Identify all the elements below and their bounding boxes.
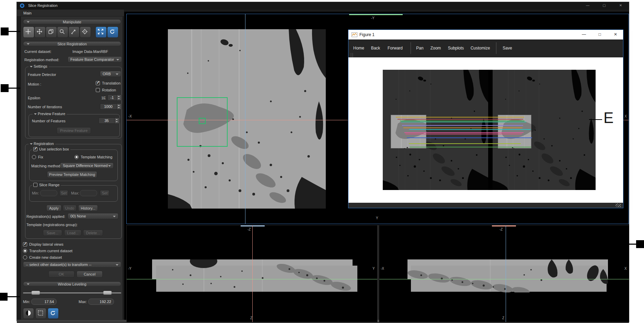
slider-low-handle[interactable]	[31, 291, 40, 295]
figure-close-button[interactable]: ✕	[610, 32, 621, 37]
apply-button[interactable]: Apply	[46, 205, 61, 211]
undo-button[interactable]: Undo	[63, 205, 77, 211]
slice-registration-section-header[interactable]: Slice Registration	[23, 41, 121, 46]
toolbar-subplots-button[interactable]: Subplots	[448, 46, 464, 51]
slider-high-handle[interactable]	[103, 291, 112, 295]
use-selection-box-legend[interactable]: Use selection box	[32, 147, 70, 151]
ok-button[interactable]: OK	[48, 271, 74, 278]
slice-range-max-input[interactable]	[80, 190, 97, 196]
toolbar-save-button[interactable]: Save	[503, 46, 512, 51]
preview-feature-legend[interactable]: Preview Feature	[33, 112, 67, 116]
registration-method-dropdown[interactable]: Feature Base Comparator	[68, 56, 122, 63]
history-button[interactable]: History...	[78, 205, 98, 211]
slices-tool-button[interactable]	[46, 26, 57, 38]
fit-view-button[interactable]	[95, 26, 107, 38]
preview-template-matching-button[interactable]: Preview Template Matching	[47, 171, 97, 178]
selection-box-center[interactable]	[199, 118, 206, 124]
oblique-tool-button[interactable]	[68, 26, 80, 38]
matching-method-label: Matching method	[31, 164, 60, 168]
vertical-crosshair-salmon[interactable]	[252, 225, 253, 322]
spinner-arrows[interactable]	[114, 118, 119, 123]
callout-square-b	[1, 84, 9, 92]
horizontal-line-green[interactable]	[379, 279, 629, 279]
num-features-spinbox[interactable]: 35	[99, 118, 120, 124]
slice-indicator-green[interactable]	[349, 14, 403, 15]
wl-max-input[interactable]: 192.22	[88, 299, 114, 305]
cancel-button[interactable]: Cancel	[77, 271, 103, 278]
slice-indicator-salmon[interactable]	[492, 225, 516, 226]
slice-indicator-blue[interactable]	[241, 225, 265, 226]
zoom-tool-button[interactable]	[57, 26, 68, 38]
pan-tool-button[interactable]	[34, 26, 46, 38]
slice-range-min-input[interactable]	[40, 190, 57, 196]
slice-range-checkbox[interactable]	[33, 183, 37, 187]
template-save-button[interactable]: Save...	[43, 230, 62, 236]
app-close-button[interactable]: ✕	[617, 3, 624, 7]
figure-titlebar[interactable]: Figure 1 — □ ✕	[348, 30, 623, 40]
registration-legend[interactable]: Registration	[28, 142, 55, 146]
lateral-strip-image	[152, 259, 357, 292]
registrations-applied-dropdown[interactable]: 00) None	[68, 213, 118, 219]
preview-feature-button[interactable]: Preview Feature	[57, 127, 91, 134]
display-lateral-views-label: Display lateral views	[29, 242, 64, 246]
transform-current-radio[interactable]	[23, 249, 27, 253]
lateral-view-right[interactable]: -Z -X X Z	[379, 225, 629, 322]
region-select-button[interactable]	[35, 308, 46, 319]
translation-checkbox[interactable]	[96, 81, 100, 85]
use-selection-box-checkbox[interactable]	[33, 147, 37, 151]
move-icon	[36, 29, 43, 35]
toolbar-forward-button[interactable]: Forward	[388, 46, 403, 51]
manipulate-section-header[interactable]: Manipulate	[23, 19, 121, 24]
reset-leveling-button[interactable]	[48, 308, 59, 319]
reset-view-button[interactable]	[107, 26, 118, 38]
app-minimize-button[interactable]: —	[584, 3, 591, 7]
lateral-strip-image	[407, 259, 608, 292]
menu-item-main[interactable]: Main	[23, 11, 32, 15]
settings-group-legend[interactable]: Settings	[28, 64, 49, 68]
toolbar-zoom-button[interactable]: Zoom	[430, 46, 441, 51]
toolbar-pan-button[interactable]: Pan	[416, 46, 423, 51]
spinner-arrows[interactable]	[116, 104, 122, 109]
figure-minimize-button[interactable]: —	[579, 32, 589, 37]
figure-maximize-button[interactable]: □	[595, 32, 605, 37]
create-new-dataset-radio[interactable]	[23, 255, 27, 259]
toolbar-customize-button[interactable]: Customize	[471, 46, 490, 51]
current-dataset-label: Current dataset:	[24, 49, 51, 54]
collapse-triangle-icon	[30, 66, 33, 67]
crosshair-tool-button[interactable]	[23, 26, 34, 38]
template-load-button[interactable]: Load...	[64, 230, 81, 236]
figure-resize-grip[interactable]	[616, 203, 621, 207]
display-lateral-views-checkbox[interactable]	[23, 242, 27, 246]
slice-range-max-set-button[interactable]: Set	[100, 190, 110, 196]
epsilon-spinbox[interactable]: -1	[107, 94, 122, 101]
translation-label: Translation	[102, 81, 120, 85]
app-maximize-button[interactable]: ▢	[601, 3, 608, 7]
motion-label: Motion :	[28, 82, 41, 86]
matching-method-dropdown[interactable]: Square Difference Normed	[60, 163, 114, 169]
spinner-arrows[interactable]	[116, 95, 122, 100]
target-tool-button[interactable]	[80, 26, 91, 38]
toolbar-home-button[interactable]: Home	[353, 46, 364, 51]
template-delete-button[interactable]: Delete...	[83, 230, 103, 236]
slice-range-legend[interactable]: Slice Range	[32, 183, 61, 187]
template-matching-radio[interactable]	[74, 155, 79, 159]
vertical-crosshair-blue[interactable]	[506, 225, 506, 322]
window-leveling-section-header[interactable]: Window Leveling	[23, 281, 121, 287]
horizontal-line-green[interactable]	[127, 279, 377, 279]
wl-min-input[interactable]: 17.54	[31, 299, 57, 305]
lateral-view-left[interactable]: -Z -Y Y Z	[126, 225, 378, 322]
figure-canvas[interactable]	[348, 57, 623, 203]
slice-range-min-set-button[interactable]: Set	[59, 190, 68, 196]
rotation-checkbox[interactable]	[96, 88, 100, 92]
window-leveling-slider[interactable]	[23, 291, 121, 295]
match-line	[398, 119, 523, 120]
other-datasets-dropdown[interactable]: -- select other dataset(s) to transform …	[23, 261, 121, 268]
fix-radio[interactable]	[32, 155, 36, 159]
iterations-spinbox[interactable]: 1000	[100, 103, 122, 110]
vertical-crosshair[interactable]	[245, 14, 245, 224]
feature-detector-dropdown[interactable]: ORB	[100, 71, 121, 77]
callout-square-d	[636, 240, 644, 248]
toolbar-back-button[interactable]: Back	[371, 46, 380, 51]
template-matching-label: Template Matching	[81, 155, 112, 159]
contrast-button[interactable]	[23, 308, 34, 319]
